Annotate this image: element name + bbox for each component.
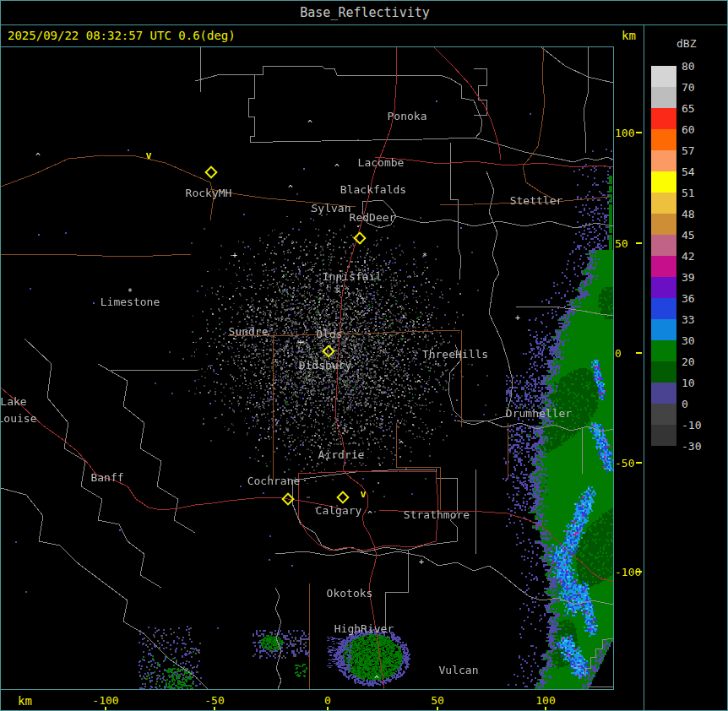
scale-band bbox=[651, 235, 676, 256]
map-symbol: ^ bbox=[35, 152, 41, 161]
scale-band bbox=[651, 256, 676, 277]
map-frame: PonokaLacombeBlackfaldsSylvanRedDeerStet… bbox=[1, 46, 614, 690]
scale-band bbox=[651, 150, 676, 171]
y-tick-mark bbox=[636, 352, 642, 354]
scale-tick-label: 48 bbox=[682, 208, 695, 220]
map-symbol: ^ bbox=[307, 119, 312, 128]
scale-unit-label: dBZ bbox=[676, 37, 696, 50]
map-symbol: ^ bbox=[399, 440, 404, 449]
scale-band bbox=[651, 319, 676, 340]
scale-tick-label: 0 bbox=[682, 398, 688, 410]
map-symbol: ^ bbox=[367, 510, 372, 519]
v-marker-icon: v bbox=[145, 149, 151, 161]
x-tick-mark bbox=[105, 707, 106, 711]
scale-tick-label: 80 bbox=[682, 60, 695, 73]
x-tick-label: 50 bbox=[431, 694, 444, 707]
scale-band bbox=[651, 171, 676, 193]
map-symbol: * bbox=[422, 252, 427, 261]
city-label: Olds bbox=[316, 328, 342, 340]
scale-tick-label: 33 bbox=[682, 313, 695, 326]
city-label: Stettler bbox=[510, 194, 563, 207]
scale-band bbox=[651, 214, 676, 235]
city-label: Vulcan bbox=[439, 664, 479, 676]
city-label: Sylvan bbox=[312, 202, 351, 214]
map-symbol: + bbox=[298, 338, 303, 347]
scale-tick-label: 45 bbox=[682, 229, 695, 242]
scale-tick-label: -30 bbox=[682, 440, 701, 453]
scale-band bbox=[651, 193, 676, 214]
scale-tick-label: 30 bbox=[682, 334, 695, 347]
v-marker-icon: v bbox=[360, 488, 366, 500]
city-label: Okotoks bbox=[327, 587, 373, 600]
x-tick-label: 100 bbox=[535, 694, 555, 707]
color-scale-panel: dBZ 807065605754514845423936333020100-10… bbox=[644, 24, 728, 711]
y-tick-mark bbox=[636, 571, 642, 573]
map-labels-layer: PonokaLacombeBlackfaldsSylvanRedDeerStet… bbox=[1, 47, 613, 689]
x-tick-mark bbox=[214, 707, 215, 711]
x-tick-mark bbox=[437, 707, 438, 711]
scale-band bbox=[651, 129, 676, 150]
city-label: Blackfalds bbox=[340, 183, 406, 196]
x-tick-label: 0 bbox=[324, 694, 331, 707]
city-label: Innisfail bbox=[323, 270, 382, 283]
scale-tick-label: 70 bbox=[682, 81, 695, 94]
y-tick-mark bbox=[636, 462, 642, 464]
scale-tick-label: 10 bbox=[682, 377, 695, 389]
city-label: Ponoka bbox=[388, 110, 427, 122]
city-label: Limestone bbox=[101, 296, 160, 308]
city-label: Drumheller bbox=[506, 407, 572, 420]
city-label: RedDeer bbox=[350, 211, 396, 224]
city-label: HighRiver bbox=[334, 622, 394, 635]
x-tick-label: -50 bbox=[204, 694, 224, 707]
scale-band bbox=[651, 404, 676, 425]
station-diamond-icon bbox=[204, 166, 218, 179]
scale-band bbox=[651, 361, 676, 383]
city-label: Sundre bbox=[229, 325, 269, 338]
city-label: Calgary bbox=[316, 504, 362, 517]
map-symbol: + bbox=[515, 313, 520, 323]
city-label: Airdrie bbox=[318, 448, 365, 461]
unit-label-bottom: km bbox=[18, 694, 32, 708]
city-label: Lake bbox=[0, 395, 26, 408]
scale-band bbox=[651, 340, 676, 361]
unit-label-top: km bbox=[622, 29, 636, 42]
scale-band bbox=[651, 66, 676, 87]
map-symbol: ^ bbox=[374, 675, 379, 684]
map-symbol: * bbox=[128, 287, 133, 296]
app-title: Base_Reflectivity bbox=[300, 5, 430, 20]
scale-tick-label: 36 bbox=[682, 292, 695, 305]
map-symbol: ^ bbox=[336, 290, 341, 299]
city-label: Lacombe bbox=[358, 156, 405, 169]
y-tick-label: 50 bbox=[615, 237, 628, 250]
scale-tick-label: 54 bbox=[682, 166, 695, 178]
station-diamond-icon bbox=[322, 345, 335, 358]
station-diamond-icon bbox=[281, 492, 295, 506]
y-tick-label: 0 bbox=[615, 347, 622, 360]
y-tick-label: -50 bbox=[615, 457, 634, 469]
station-diamond-icon bbox=[336, 491, 350, 504]
map-symbol: ^ bbox=[416, 379, 421, 388]
scale-band bbox=[651, 425, 676, 446]
city-label: Strathmore bbox=[404, 508, 470, 521]
radar-app-window: Base_Reflectivity 2025/09/22 08:32:57 UT… bbox=[0, 0, 728, 711]
y-tick-mark bbox=[636, 132, 642, 133]
scale-tick-label: 51 bbox=[682, 187, 695, 199]
x-tick-label: -100 bbox=[92, 694, 118, 707]
city-label: RockyMH bbox=[186, 187, 232, 199]
map-symbol: + bbox=[419, 557, 424, 567]
title-bar: Base_Reflectivity bbox=[1, 1, 728, 25]
y-tick-label: 100 bbox=[615, 127, 634, 139]
map-symbol: ^ bbox=[288, 184, 293, 193]
timestamp-label: 2025/09/22 08:32:57 UTC 0.6(deg) bbox=[8, 29, 236, 42]
scale-band bbox=[651, 108, 676, 129]
city-label: Didsbury bbox=[299, 359, 352, 372]
x-tick-mark bbox=[327, 707, 329, 711]
scale-band bbox=[651, 87, 676, 108]
scale-tick-label: 39 bbox=[682, 271, 695, 284]
city-label: Banff bbox=[90, 471, 123, 484]
scale-band bbox=[651, 298, 676, 319]
scale-band bbox=[651, 383, 676, 404]
scale-tick-label: -10 bbox=[682, 419, 701, 431]
city-label: ThreeHills bbox=[422, 348, 488, 361]
map-symbol: ^ bbox=[334, 163, 340, 172]
